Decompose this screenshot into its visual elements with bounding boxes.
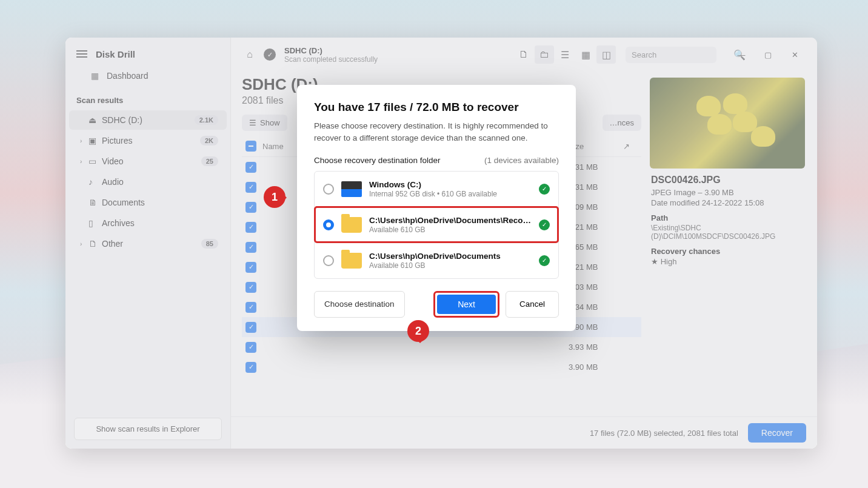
table-row[interactable]: ✓3.90 MB — [242, 357, 641, 377]
footer: 17 files (72.0 MB) selected, 2081 files … — [231, 416, 817, 449]
check-icon: ✓ — [539, 219, 550, 230]
detail-chances-value: High — [661, 257, 677, 266]
archive-icon: ▯ — [88, 218, 102, 228]
sidebar-item-video[interactable]: › ▭ Video 25 — [69, 152, 227, 171]
chances-filter[interactable]: …nces — [603, 115, 641, 131]
count-badge: 2K — [200, 136, 218, 145]
chevron-right-icon: › — [80, 158, 88, 165]
check-icon: ✓ — [539, 255, 550, 266]
annotation-highlight-next: Next — [433, 291, 499, 318]
drive-icon: ⏏ — [88, 115, 102, 125]
sidebar-dashboard[interactable]: ▦ Dashboard — [65, 65, 230, 86]
minimize-button[interactable]: — — [729, 45, 754, 64]
destination-label: Choose recovery destination folder — [314, 156, 441, 165]
row-checkbox[interactable]: ✓ — [245, 302, 256, 313]
close-button[interactable]: ✕ — [782, 45, 807, 64]
filter-icon: ☰ — [249, 118, 256, 127]
list-view-icon[interactable]: ☰ — [555, 45, 575, 64]
panel-view-icon[interactable]: ◫ — [596, 45, 616, 64]
row-size: 3.90 MB — [569, 323, 617, 332]
devices-available: (1 devices available) — [484, 156, 559, 165]
row-checkbox[interactable]: ✓ — [245, 342, 256, 353]
show-filter[interactable]: ☰Show — [242, 115, 287, 131]
row-checkbox[interactable]: ✓ — [245, 282, 256, 293]
folder-icon — [341, 217, 362, 233]
row-checkbox[interactable]: ✓ — [245, 362, 256, 373]
show-in-explorer-button[interactable]: Show scan results in Explorer — [74, 418, 222, 440]
selection-status: 17 files (72.0 MB) selected, 2081 files … — [590, 429, 738, 438]
sidebar-item-label: Video — [102, 156, 201, 166]
row-size: 4.21 MB — [569, 262, 617, 272]
radio-button[interactable] — [323, 255, 334, 266]
audio-icon: ♪ — [88, 177, 102, 187]
details-pane: DSC00426.JPG JPEG Image – 3.90 MB Date m… — [641, 75, 806, 413]
scan-status-icon: ✓ — [264, 48, 276, 61]
search-box[interactable]: 🔍 — [626, 47, 716, 63]
document-icon: 🗎 — [88, 198, 102, 207]
cancel-button[interactable]: Cancel — [506, 291, 559, 318]
maximize-button[interactable]: ▢ — [755, 45, 781, 64]
chevron-right-icon: › — [80, 138, 88, 144]
menu-icon[interactable] — [76, 48, 87, 59]
row-size: 5.31 MB — [569, 182, 617, 192]
star-icon: ★ — [651, 257, 658, 266]
folder-view-icon[interactable]: 🗀 — [535, 45, 554, 64]
row-checkbox[interactable]: ✓ — [245, 202, 256, 213]
sidebar-item-label: Archives — [102, 218, 218, 228]
sidebar-item-audio[interactable]: ♪ Audio — [69, 172, 227, 192]
video-icon: ▭ — [88, 156, 102, 166]
sidebar-dashboard-label: Dashboard — [107, 71, 149, 81]
table-row[interactable]: ✓3.93 MB — [242, 337, 641, 357]
sidebar-section-header: Scan results — [65, 86, 230, 110]
row-checkbox[interactable]: ✓ — [245, 262, 256, 273]
recover-button[interactable]: Recover — [748, 423, 806, 443]
select-all-checkbox[interactable] — [245, 141, 256, 152]
preview-image — [650, 78, 805, 169]
detail-path-label: Path — [651, 213, 800, 222]
destination-option[interactable]: Windows (C:)Internal 952 GB disk • 610 G… — [315, 172, 558, 207]
row-size: 3.34 MB — [569, 302, 617, 312]
next-button[interactable]: Next — [437, 295, 496, 314]
row-size: 4.03 MB — [569, 282, 617, 292]
row-checkbox[interactable]: ✓ — [245, 182, 256, 193]
sidebar: Disk Drill ▦ Dashboard Scan results ⏏ SD… — [65, 38, 231, 449]
annotation-bubble-2: 2 — [407, 320, 429, 342]
drive-icon — [341, 181, 362, 197]
sidebar-item-other[interactable]: › 🗋 Other 85 — [69, 234, 227, 253]
row-checkbox[interactable]: ✓ — [245, 222, 256, 233]
detail-type: JPEG Image – 3.90 MB — [651, 188, 800, 197]
sidebar-item-label: SDHC (D:) — [102, 115, 195, 125]
topbar-subtitle: Scan completed successfully — [284, 55, 378, 64]
file-view-icon[interactable]: 🗋 — [514, 45, 533, 64]
sidebar-item-archives[interactable]: ▯ Archives — [69, 213, 227, 233]
row-checkbox[interactable]: ✓ — [245, 322, 256, 333]
image-icon: ▣ — [88, 136, 102, 145]
folder-icon — [341, 253, 362, 269]
destination-option[interactable]: C:\Users\hp\OneDrive\DocumentsAvailable … — [315, 242, 558, 278]
column-size[interactable]: Size — [569, 142, 617, 151]
sidebar-item-documents[interactable]: 🗎 Documents — [69, 193, 227, 212]
radio-button[interactable] — [323, 219, 334, 230]
row-size: 5.21 MB — [569, 222, 617, 232]
search-input[interactable] — [632, 50, 733, 59]
row-checkbox[interactable]: ✓ — [245, 242, 256, 253]
row-size: 5.09 MB — [569, 202, 617, 212]
row-checkbox[interactable]: ✓ — [245, 162, 256, 173]
grid-view-icon[interactable]: ▦ — [576, 45, 595, 64]
home-icon[interactable]: ⌂ — [241, 45, 259, 64]
sidebar-item-pictures[interactable]: › ▣ Pictures 2K — [69, 131, 227, 150]
sidebar-item-label: Other — [102, 239, 201, 249]
radio-button[interactable] — [323, 184, 334, 195]
choose-destination-button[interactable]: Choose destination — [314, 291, 405, 318]
destination-title: C:\Users\hp\OneDrive\Documents — [369, 252, 532, 261]
destination-option[interactable]: C:\Users\hp\OneDrive\Documents\Recov…Ava… — [315, 207, 558, 242]
app-title: Disk Drill — [96, 49, 135, 59]
open-external-icon[interactable]: ↗ — [623, 142, 638, 151]
sidebar-item-drive[interactable]: ⏏ SDHC (D:) 2.1K — [69, 110, 227, 130]
modal-title: You have 17 files / 72.0 MB to recover — [314, 101, 559, 114]
topbar: ⌂ ✓ SDHC (D:) Scan completed successfull… — [231, 38, 817, 72]
detail-modified: Date modified 24-12-2022 15:08 — [651, 198, 800, 207]
sidebar-item-label: Documents — [102, 198, 218, 207]
detail-chances-label: Recovery chances — [651, 247, 800, 256]
recovery-destination-modal: You have 17 files / 72.0 MB to recover P… — [297, 85, 576, 331]
